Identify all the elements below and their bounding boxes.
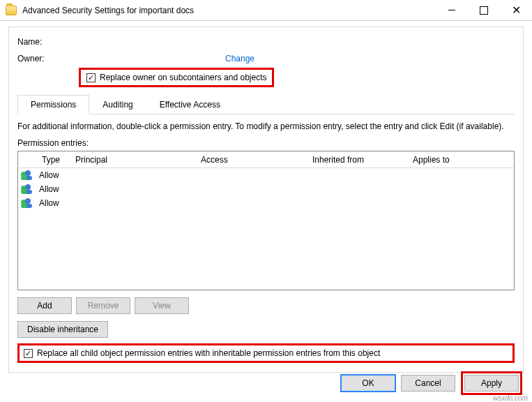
replace-child-highlight: ✓ Replace all child object permission en…: [17, 343, 515, 363]
apply-button[interactable]: Apply: [464, 375, 519, 392]
tab-effective-access[interactable]: Effective Access: [146, 95, 234, 114]
replace-owner-label: Replace owner on subcontainers and objec…: [100, 73, 266, 82]
tab-strip: Permissions Auditing Effective Access: [17, 94, 515, 114]
ok-button[interactable]: OK: [341, 375, 395, 392]
col-type[interactable]: Type: [38, 152, 71, 168]
maximize-button[interactable]: [468, 0, 500, 20]
col-inherited[interactable]: Inherited from: [308, 152, 409, 168]
table-row[interactable]: Allow: [18, 168, 514, 182]
replace-owner-highlight: ✓ Replace owner on subcontainers and obj…: [79, 68, 274, 87]
title-bar: Advanced Security Settings for important…: [0, 0, 532, 21]
owner-label: Owner:: [17, 54, 79, 64]
folder-icon: [6, 6, 17, 15]
add-button[interactable]: Add: [17, 297, 72, 314]
tab-permissions[interactable]: Permissions: [17, 95, 89, 114]
cancel-button[interactable]: Cancel: [401, 375, 455, 392]
close-button[interactable]: ✕: [500, 0, 532, 20]
remove-button[interactable]: Remove: [76, 297, 130, 314]
table-row[interactable]: Allow: [18, 182, 514, 196]
table-row[interactable]: Allow: [18, 196, 514, 210]
grid-header: Type Principal Access Inherited from App…: [18, 151, 514, 168]
col-principal[interactable]: Principal: [71, 152, 197, 168]
window-buttons: ✕: [436, 0, 532, 20]
replace-child-label: Replace all child object permission entr…: [37, 348, 380, 358]
main-panel: Name: Owner: Change ✓ Replace owner on s…: [8, 27, 524, 373]
permission-grid[interactable]: Type Principal Access Inherited from App…: [17, 151, 515, 290]
disable-inheritance-button[interactable]: Disable inheritance: [17, 321, 108, 338]
col-applies[interactable]: Applies to: [409, 152, 514, 168]
replace-child-checkbox[interactable]: ✓: [24, 349, 33, 358]
view-button[interactable]: View: [135, 297, 189, 314]
window-title: Advanced Security Settings for important…: [22, 6, 436, 15]
info-text: For additional information, double-click…: [17, 121, 515, 131]
col-access[interactable]: Access: [197, 152, 308, 168]
watermark: wsxdn.com: [493, 394, 528, 402]
dialog-footer: OK Cancel Apply: [341, 371, 522, 395]
minimize-button[interactable]: [436, 0, 468, 20]
tab-auditing[interactable]: Auditing: [89, 95, 146, 114]
apply-highlight: Apply: [461, 371, 522, 395]
replace-owner-checkbox[interactable]: ✓: [86, 73, 96, 82]
name-label: Name:: [17, 37, 79, 47]
change-owner-link[interactable]: Change: [225, 54, 254, 64]
permission-entries-label: Permission entries:: [17, 138, 515, 148]
